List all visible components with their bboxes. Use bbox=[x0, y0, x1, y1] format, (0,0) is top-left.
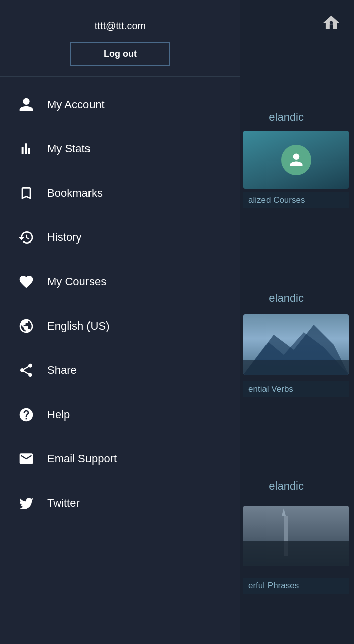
bg-text-elandic2: elandic bbox=[269, 292, 304, 305]
twitter-label: Twitter bbox=[47, 497, 80, 510]
help-label: Help bbox=[47, 408, 70, 421]
bg-label-erful: erful Phrases bbox=[243, 578, 349, 594]
svg-rect-6 bbox=[243, 541, 349, 566]
bg-image-3 bbox=[243, 506, 349, 566]
history-icon bbox=[15, 226, 37, 249]
email-icon bbox=[15, 448, 37, 470]
menu-list: My Account My Stats Bookmarks bbox=[0, 77, 240, 644]
bg-text-elandic1: elandic bbox=[269, 111, 304, 124]
menu-item-my-courses[interactable]: My Courses bbox=[0, 260, 240, 304]
bg-label-alized: alized Courses bbox=[243, 192, 349, 208]
svg-rect-3 bbox=[243, 360, 349, 375]
menu-item-language[interactable]: English (US) bbox=[0, 304, 240, 348]
language-icon bbox=[15, 315, 37, 337]
bg-image-1 bbox=[243, 131, 349, 189]
bookmarks-icon bbox=[15, 182, 37, 204]
menu-item-bookmarks[interactable]: Bookmarks bbox=[0, 171, 240, 215]
share-icon bbox=[15, 359, 37, 381]
svg-marker-5 bbox=[282, 508, 286, 516]
menu-item-twitter[interactable]: Twitter bbox=[0, 481, 240, 525]
home-button[interactable] bbox=[319, 10, 344, 35]
drawer-header: tttt@ttt.com Log out bbox=[0, 0, 240, 77]
menu-item-help[interactable]: Help bbox=[0, 392, 240, 437]
history-label: History bbox=[47, 231, 81, 244]
bg-text-elandic3: elandic bbox=[269, 479, 304, 493]
svg-point-0 bbox=[330, 21, 333, 24]
bookmarks-label: Bookmarks bbox=[47, 187, 103, 200]
twitter-icon bbox=[15, 492, 37, 514]
my-account-label: My Account bbox=[47, 98, 105, 111]
menu-item-share[interactable]: Share bbox=[0, 348, 240, 392]
logout-button[interactable]: Log out bbox=[70, 42, 170, 66]
bg-label-ential: ential Verbs bbox=[243, 381, 349, 397]
menu-item-history[interactable]: History bbox=[0, 215, 240, 260]
share-label: Share bbox=[47, 364, 77, 377]
menu-item-my-stats[interactable]: My Stats bbox=[0, 127, 240, 171]
my-stats-label: My Stats bbox=[47, 142, 91, 155]
account-icon bbox=[15, 94, 37, 116]
help-icon bbox=[15, 404, 37, 426]
side-drawer: tttt@ttt.com Log out My Account My Stats bbox=[0, 0, 240, 644]
heart-icon bbox=[15, 271, 37, 293]
my-courses-label: My Courses bbox=[47, 275, 106, 288]
stats-icon bbox=[15, 138, 37, 160]
email-support-label: Email Support bbox=[47, 452, 117, 465]
language-label: English (US) bbox=[47, 319, 109, 333]
bg-image-2 bbox=[243, 314, 349, 375]
user-email: tttt@ttt.com bbox=[15, 20, 225, 32]
menu-item-my-account[interactable]: My Account bbox=[0, 83, 240, 127]
menu-item-email-support[interactable]: Email Support bbox=[0, 437, 240, 481]
home-icon bbox=[322, 13, 341, 32]
